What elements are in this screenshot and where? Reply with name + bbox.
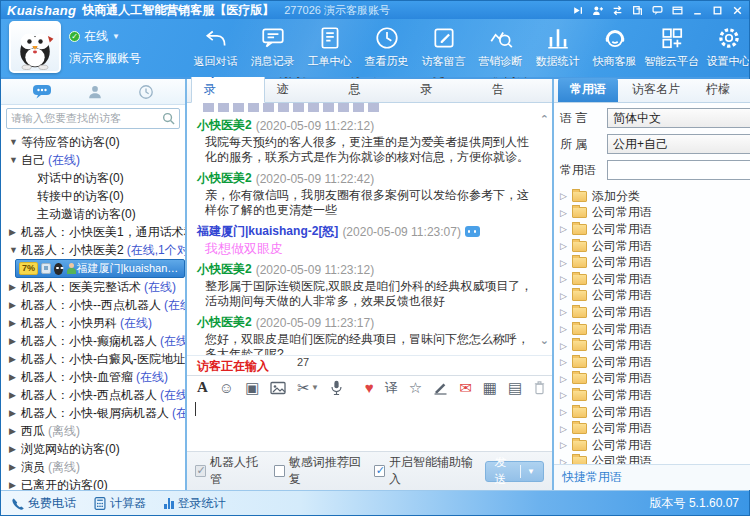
robot-item[interactable]: ▶机器人：小快-银屑病机器人(在线) xyxy=(1,404,185,422)
calculator-button[interactable]: 计算器 xyxy=(94,495,146,512)
sender-name: 福建厦门|kuaishang-2[怒] xyxy=(197,223,338,240)
phrase-folder[interactable]: ▷公司常用语 xyxy=(560,321,750,338)
group-left[interactable]: ▶已离开的访客(0) xyxy=(1,476,185,490)
tab-recent[interactable] xyxy=(138,84,154,100)
phrase-folder[interactable]: ▷公司常用语 xyxy=(560,254,750,271)
phrase-folder[interactable]: ▷公司常用语 xyxy=(560,404,750,421)
robot-item[interactable]: ▶机器人：小快-血管瘤(在线) xyxy=(1,368,185,386)
favorite-button[interactable]: ♥ xyxy=(365,380,374,395)
option-robot-host[interactable]: 机器人托管 xyxy=(195,454,264,488)
signature-button[interactable] xyxy=(433,380,448,395)
toolbar-service-button[interactable]: 快商客服 xyxy=(586,25,643,69)
voice-button[interactable] xyxy=(330,380,343,396)
toolbar-back-button[interactable]: 返回对话 xyxy=(187,25,244,69)
login-stats-button[interactable]: 登录统计 xyxy=(164,495,226,512)
search-input[interactable] xyxy=(11,112,162,124)
phrase-tree[interactable]: ▷添加分类 ▷公司常用语 ▷公司常用语 ▷公司常用语 ▷公司常用语 ▷公司常用语… xyxy=(554,185,750,464)
toolbar-tickets-button[interactable]: 工单中心 xyxy=(301,25,358,69)
clipboard-icon[interactable] xyxy=(632,5,643,16)
language-select[interactable]: 简体中文▼ xyxy=(607,108,750,128)
phrase-folder[interactable]: ▷公司常用语 xyxy=(560,221,750,238)
emoji-button[interactable]: ☺ xyxy=(219,380,234,395)
robot-item[interactable]: ▶机器人：小快医美1，通用话术和...(在线) xyxy=(1,223,185,241)
phrase-folder[interactable]: ▷公司常用语 xyxy=(560,437,750,454)
phrase-folder[interactable]: ▷公司常用语 xyxy=(560,205,750,222)
cut-button[interactable]: ✂▼ xyxy=(297,380,319,395)
maximize-icon[interactable] xyxy=(712,5,723,16)
table-button[interactable]: ▦ xyxy=(483,380,497,395)
option-sensitive-reply[interactable]: 敏感词推荐回复 xyxy=(274,454,364,488)
group-browsing[interactable]: ▶浏览网站的访客(0) xyxy=(1,440,185,458)
message-list[interactable]: 小快医美2(2020-05-09 11:22:12) 我院每天预约的客人很多，更… xyxy=(187,103,552,355)
group-waiting[interactable]: ▼等待应答的访客(0) xyxy=(1,133,185,151)
scroll-down-icon[interactable]: ⌄ xyxy=(540,334,549,347)
group-self-chatting[interactable]: 对话中的访客(0) xyxy=(1,169,185,187)
robot-item[interactable]: ▶机器人：小快-西点机器人(在线) xyxy=(1,386,185,404)
group-self-transfer[interactable]: 转接中的访客(0) xyxy=(1,187,185,205)
robot-item[interactable]: ▶机器人：小快-癫痫机器人(在线) xyxy=(1,332,185,350)
folder-add-category[interactable]: ▷添加分类 xyxy=(560,188,750,205)
phrase-folder[interactable]: ▷公司常用语 xyxy=(560,288,750,305)
send-button[interactable]: 发送▼ xyxy=(485,461,544,482)
toolbar-history-button[interactable]: 查看历史 xyxy=(358,25,415,69)
toolbar-feedback-button[interactable]: 访客留言 xyxy=(415,25,472,69)
tab-conversations[interactable] xyxy=(32,84,52,99)
toolbar-diagnose-button[interactable]: 营销诊断 xyxy=(472,25,529,69)
option-smart-assist[interactable]: 开启智能辅助输入 xyxy=(374,454,475,488)
folder-icon xyxy=(572,407,587,418)
tab-visitor-card[interactable]: 访客名片 xyxy=(620,78,692,102)
phrase-search-input[interactable] xyxy=(607,160,750,180)
phrase-folder[interactable]: ▷公司常用语 xyxy=(560,304,750,321)
search-icon[interactable] xyxy=(162,112,175,125)
header: ✓ 在线 ▼ 演示客服账号 返回对话 消息记录 工单中心 查看历史 xyxy=(1,19,749,77)
panel-icon[interactable] xyxy=(672,5,683,16)
chat-bubble-icon[interactable] xyxy=(652,5,663,16)
robot-item[interactable]: ▶机器人：小快男科(在线) xyxy=(1,314,185,332)
phrase-folder[interactable]: ▷公司常用语 xyxy=(560,238,750,255)
group-actor[interactable]: ▶演员(离线) xyxy=(1,458,185,476)
transfer-icon[interactable] xyxy=(612,5,623,16)
caret-down-icon: ▼ xyxy=(9,245,21,255)
message-input[interactable] xyxy=(187,399,552,451)
phrase-folder[interactable]: ▷公司常用语 xyxy=(560,371,750,388)
quick-phrases-link[interactable]: 快捷常用语 xyxy=(562,469,622,486)
toolbar-messages-button[interactable]: 消息记录 xyxy=(244,25,301,69)
trash-button[interactable] xyxy=(533,380,546,395)
group-self-invited[interactable]: 主动邀请的访客(0) xyxy=(1,205,185,223)
translate-button[interactable]: 译 xyxy=(385,381,398,394)
robot-item-expanded[interactable]: ▼机器人：小快医美2(在线,1个对话中) xyxy=(1,241,185,259)
avatar[interactable] xyxy=(9,21,61,73)
phrase-folder[interactable]: ▷公司常用语 xyxy=(560,354,750,371)
minimize-icon[interactable] xyxy=(692,5,703,16)
layout-button[interactable]: ▤ xyxy=(508,380,522,395)
phrase-folder[interactable]: ▷公司常用语 xyxy=(560,387,750,404)
scroll-up-icon[interactable]: ⌃ xyxy=(540,113,549,126)
status-selector[interactable]: ✓ 在线 ▼ xyxy=(69,28,177,45)
phrase-folder[interactable]: ▷公司常用语 xyxy=(560,271,750,288)
tab-contacts[interactable] xyxy=(87,84,103,100)
tab-lemon[interactable]: 柠檬 xyxy=(694,78,742,102)
star-button[interactable]: ☆ xyxy=(409,380,422,395)
image-button[interactable] xyxy=(270,381,286,395)
phrase-folder[interactable]: ▷公司常用语 xyxy=(560,337,750,354)
toolbar-cloud-button[interactable]: 智能云平台 xyxy=(643,25,700,69)
tab-common-phrases[interactable]: 常用语 xyxy=(558,78,618,102)
group-self[interactable]: ▼自己(在线) xyxy=(1,151,185,169)
toolbar-stats-button[interactable]: 数据统计 xyxy=(529,25,586,69)
free-call-button[interactable]: 免费电话 xyxy=(11,495,76,512)
group-xigua[interactable]: ▶西瓜(离线) xyxy=(1,422,185,440)
owner-select[interactable]: 公用+自己▼ xyxy=(607,134,750,154)
robot-item[interactable]: ▶机器人：小快-白癜风-医院地址为空(在线) xyxy=(1,350,185,368)
phrase-folder[interactable]: ▷公司常用语 xyxy=(560,420,750,437)
robot-item[interactable]: ▶机器人：小快--西点机器人(在线) xyxy=(1,296,185,314)
phrase-folder[interactable]: ▷公司常用语 xyxy=(560,454,750,465)
selected-visitor-row[interactable]: 7% 福建厦门|kuaishang-2[怒] (6... xyxy=(15,259,185,278)
robot-item[interactable]: ▶机器人：医美完整话术(在线) xyxy=(1,278,185,296)
toolbar-settings-button[interactable]: 设置中心 xyxy=(700,25,749,69)
screenshot-button[interactable]: ▣ xyxy=(245,380,259,395)
mail-button[interactable]: ✉ xyxy=(459,380,472,395)
add-user-icon[interactable] xyxy=(592,5,603,16)
font-button[interactable]: A xyxy=(197,380,208,395)
close-icon[interactable] xyxy=(732,5,743,16)
skip-icon[interactable] xyxy=(572,5,583,16)
